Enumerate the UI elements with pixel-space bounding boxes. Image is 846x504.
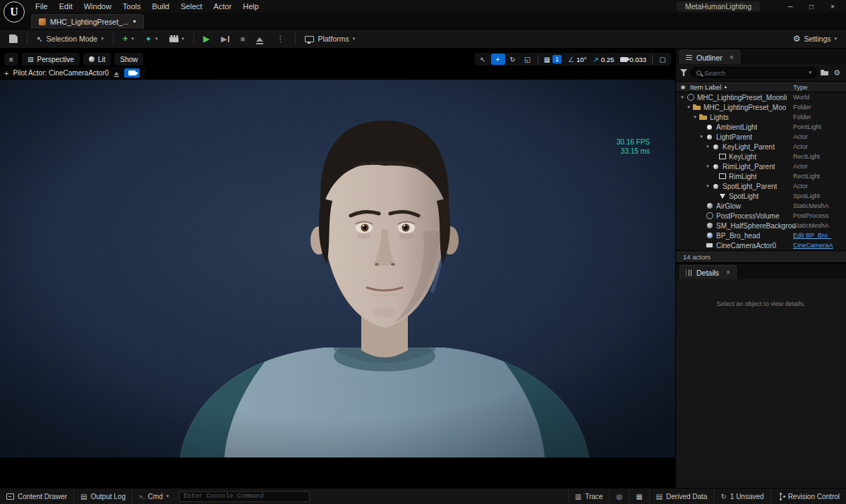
menu-edit[interactable]: Edit: [54, 0, 78, 13]
menu-file[interactable]: File: [30, 0, 54, 13]
outliner-row[interactable]: ▾KeyLight_ParentActor: [676, 142, 846, 152]
outliner-item-type: PostProcess: [793, 212, 829, 219]
trace-button[interactable]: ▥ Trace: [568, 488, 610, 504]
expand-arrow-icon[interactable]: ▾: [704, 144, 711, 149]
menu-build[interactable]: Build: [147, 0, 175, 13]
revision-control-button[interactable]: Revision Control: [771, 488, 846, 504]
move-tool-button[interactable]: +: [491, 54, 505, 65]
view-mode-dropdown[interactable]: Lit: [83, 53, 111, 66]
save-button[interactable]: [4, 31, 23, 47]
expand-arrow-icon[interactable]: ▾: [691, 114, 699, 120]
row-indent: [676, 166, 704, 167]
outliner-row[interactable]: RimLightRectLight: [676, 171, 846, 181]
details-empty-message: Select an object to view details.: [676, 300, 846, 307]
menu-window[interactable]: Window: [78, 0, 117, 13]
outliner-row[interactable]: AirGlowStaticMeshA: [676, 201, 846, 211]
rotation-snap-control[interactable]: ∠ 10°: [565, 56, 589, 63]
outliner-row[interactable]: BP_Bro_headEdit BP_Bro_: [676, 231, 846, 240]
tab-details[interactable]: Details ×: [679, 265, 737, 279]
scale-tool-button[interactable]: ◱: [521, 54, 535, 65]
expand-arrow-icon[interactable]: ▾: [704, 183, 711, 189]
derived-data-button[interactable]: ▤ Derived Data: [649, 488, 714, 504]
outliner-row[interactable]: CineCameraActor0CineCameraA: [676, 240, 846, 250]
outliner-row[interactable]: AmbientLightPointLight: [676, 122, 846, 132]
outliner-settings-icon[interactable]: ⚙: [832, 68, 842, 78]
expand-arrow-icon[interactable]: ▾: [685, 104, 692, 110]
item-label-column-header[interactable]: Item Label: [690, 83, 721, 91]
close-icon[interactable]: ×: [726, 269, 730, 276]
level-viewport[interactable]: ≡ ▧ Perspective Lit Show ↖ + ↻ ◱: [0, 49, 675, 488]
kebab-menu-icon: ⋮: [274, 34, 286, 44]
outliner-item-type: Folder: [793, 104, 811, 111]
search-input[interactable]: [704, 69, 806, 77]
content-drawer-button[interactable]: Content Drawer: [0, 488, 74, 504]
outliner-row[interactable]: ▾LightsFolder: [676, 112, 846, 122]
cinematics-button[interactable]: ▾: [164, 31, 190, 47]
outliner-item-type[interactable]: CineCameraA: [793, 242, 833, 249]
outliner-search-box[interactable]: ▾: [691, 67, 817, 78]
expand-arrow-icon[interactable]: ▾: [679, 94, 686, 100]
screenshot-button[interactable]: ▦: [629, 488, 648, 504]
play-options-button[interactable]: ⋮: [270, 31, 291, 47]
settings-dropdown[interactable]: ⚙ Settings ▾: [788, 31, 842, 47]
blueprints-button[interactable]: ✦ ▾: [140, 31, 163, 47]
type-column-header[interactable]: Type: [793, 83, 808, 91]
chevron-down-icon[interactable]: ▾: [809, 70, 812, 75]
create-folder-icon[interactable]: [821, 70, 828, 75]
outliner-row[interactable]: ▾LightParentActor: [676, 132, 846, 142]
outliner-row[interactable]: SpotLightSpotLight: [676, 191, 846, 201]
maximize-viewport-button[interactable]: ▢: [655, 54, 670, 65]
outliner-row[interactable]: ▾MHC_LightingPreset_MoonliWorld: [676, 92, 846, 102]
visibility-column-icon[interactable]: ◉: [676, 84, 690, 90]
output-log-button[interactable]: ▤ Output Log: [74, 488, 133, 504]
minimize-button[interactable]: ─: [781, 1, 799, 12]
rotate-tool-button[interactable]: ↻: [506, 54, 520, 65]
scale-snap-control[interactable]: ↗ 0.25: [590, 56, 617, 63]
cmd-dropdown[interactable]: >_ Cmd ▾: [133, 488, 175, 504]
perspective-dropdown[interactable]: ▧ Perspective: [22, 53, 80, 66]
tab-outliner[interactable]: Outliner ×: [679, 50, 740, 64]
details-tab-row: Details ×: [676, 264, 846, 279]
play-button[interactable]: ▶: [198, 31, 214, 47]
outliner-row[interactable]: KeyLightRectLight: [676, 152, 846, 161]
eject-button[interactable]: [251, 31, 268, 47]
close-icon[interactable]: ×: [730, 54, 734, 61]
selection-mode-dropdown[interactable]: ↖ Selection Mode ▾: [32, 31, 109, 47]
menu-actor[interactable]: Actor: [208, 0, 238, 13]
outliner-row[interactable]: ▾MHC_LightingPreset_MooFolder: [676, 102, 846, 112]
console-command-input[interactable]: [179, 491, 310, 502]
outliner-row[interactable]: ▾RimLight_ParentActor: [676, 161, 846, 171]
platforms-dropdown[interactable]: Platforms ▾: [300, 31, 360, 47]
outliner-row[interactable]: ▾SpotLight_ParentActor: [676, 181, 846, 191]
insights-button[interactable]: ◎: [609, 488, 629, 504]
stop-piloting-icon[interactable]: [114, 69, 119, 75]
menu-tools[interactable]: Tools: [117, 0, 147, 13]
grid-snap-control[interactable]: ▦ 1: [541, 55, 564, 63]
outliner-item-type[interactable]: Edit BP_Bro_: [793, 232, 831, 239]
outliner-row[interactable]: SM_HalfSphereBackgrouStaticMeshA: [676, 221, 846, 231]
stop-button[interactable]: ■: [236, 31, 250, 47]
mesh-icon: [705, 221, 714, 230]
insights-icon: ◎: [616, 493, 622, 500]
filter-icon[interactable]: [680, 69, 687, 76]
row-indent: [676, 235, 698, 236]
add-actor-button[interactable]: + ▾: [118, 31, 139, 47]
close-button[interactable]: ×: [823, 1, 842, 12]
expand-arrow-icon[interactable]: ▾: [704, 164, 711, 169]
camera-speed-control[interactable]: 0.033: [617, 56, 649, 63]
show-dropdown[interactable]: Show: [114, 53, 143, 66]
pilot-camera-button[interactable]: [124, 68, 140, 78]
maximize-button[interactable]: □: [802, 1, 821, 12]
menu-help[interactable]: Help: [237, 0, 265, 13]
frame-skip-button[interactable]: ▶: [216, 31, 234, 47]
outliner-row[interactable]: PostProcessVolumePostProcess: [676, 211, 846, 221]
sort-ascending-icon: ▴: [724, 84, 727, 90]
unreal-logo-icon[interactable]: U: [4, 1, 25, 23]
unsaved-button[interactable]: ↻ 1 Unsaved: [713, 488, 770, 504]
expand-arrow-icon[interactable]: ▾: [698, 134, 705, 140]
viewport-options-button[interactable]: ≡: [4, 53, 18, 66]
content-drawer-icon: [6, 493, 14, 500]
tab-lighting-preset[interactable]: MHC_LightingPreset_... •: [31, 14, 144, 29]
select-tool-button[interactable]: ↖: [476, 54, 490, 65]
menu-select[interactable]: Select: [175, 0, 208, 13]
